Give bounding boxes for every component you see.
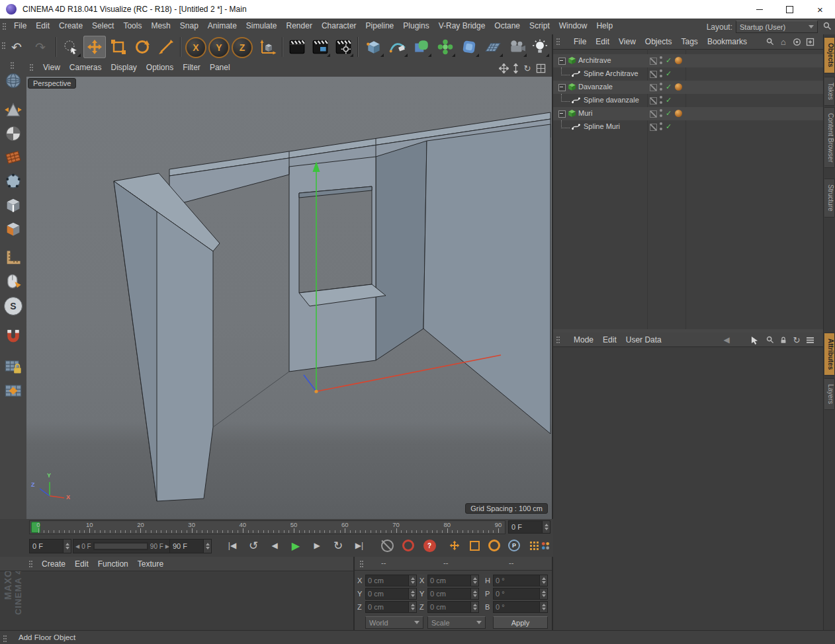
menu-item-script[interactable]: Script bbox=[525, 19, 554, 32]
expand-toggle[interactable] bbox=[558, 84, 566, 91]
transform-mode-combo[interactable]: Scale bbox=[427, 616, 486, 629]
value-field[interactable]: 0 ° bbox=[493, 588, 548, 600]
move-tool[interactable] bbox=[83, 36, 106, 58]
menu-item-filter[interactable]: Filter bbox=[178, 60, 205, 74]
tree-row-architrave[interactable]: Architrave✓ bbox=[553, 54, 823, 67]
side-tab-structure[interactable]: Structure bbox=[824, 179, 835, 218]
menu-item-panel[interactable]: Panel bbox=[205, 60, 235, 74]
loop-button[interactable]: ↻ bbox=[328, 537, 348, 554]
tree-row-davanzale[interactable]: Davanzale✓ bbox=[553, 81, 823, 94]
render-visibility-dot[interactable] bbox=[660, 128, 662, 130]
timeline-ruler[interactable]: 0102030405060708090 bbox=[29, 520, 505, 534]
step-up-icon[interactable] bbox=[411, 590, 415, 593]
search-icon[interactable] bbox=[765, 37, 775, 46]
visibility-dots[interactable] bbox=[659, 109, 663, 118]
step-down-icon[interactable] bbox=[542, 594, 546, 597]
visibility-dots[interactable] bbox=[659, 122, 663, 132]
side-tab-content-browser[interactable]: Content Browser bbox=[824, 107, 835, 168]
keyframe-selection-button[interactable]: ? bbox=[419, 537, 439, 554]
field-stepper[interactable] bbox=[408, 602, 416, 612]
step-down-icon[interactable] bbox=[473, 581, 477, 584]
toggle-views-icon[interactable] bbox=[535, 63, 547, 73]
menu-item-simulate[interactable]: Simulate bbox=[242, 19, 282, 32]
menu-item-user-data[interactable]: User Data bbox=[621, 333, 666, 346]
menu-item-help[interactable]: Help bbox=[592, 19, 617, 32]
menu-item-mesh[interactable]: Mesh bbox=[146, 19, 175, 32]
add-spline-button[interactable] bbox=[386, 36, 409, 58]
viewport-canvas[interactable]: Y X Z Perspective Grid Spacing : 100 cm bbox=[26, 77, 552, 519]
goto-end-button[interactable]: ▶| bbox=[349, 537, 369, 554]
pan-view-icon[interactable] bbox=[498, 63, 509, 73]
add-cube-button[interactable] bbox=[363, 36, 385, 58]
menu-item-texture[interactable]: Texture bbox=[133, 557, 168, 571]
menu-item-octane[interactable]: Octane bbox=[490, 19, 525, 32]
history-back-icon[interactable]: ◀ bbox=[721, 335, 732, 344]
menu-item-view[interactable]: View bbox=[38, 60, 65, 74]
layer-swatch[interactable] bbox=[650, 58, 657, 65]
menu-item-objects[interactable]: Objects bbox=[640, 34, 677, 48]
menu-item-window[interactable]: Window bbox=[554, 19, 592, 32]
step-down-icon[interactable] bbox=[542, 608, 546, 610]
menu-item-function[interactable]: Function bbox=[93, 557, 133, 571]
range-track[interactable] bbox=[93, 542, 148, 550]
pick-arrow-icon[interactable] bbox=[749, 335, 760, 344]
command-search-icon[interactable] bbox=[822, 21, 832, 30]
step-up-icon[interactable] bbox=[411, 604, 415, 606]
step-up-icon[interactable] bbox=[542, 604, 546, 606]
coordinate-system-button[interactable] bbox=[257, 36, 279, 58]
viewport-grip[interactable] bbox=[30, 64, 31, 65]
frame-input-stepper[interactable] bbox=[63, 540, 71, 553]
texture-mode-button[interactable] bbox=[3, 147, 24, 168]
rotate-tool[interactable] bbox=[131, 36, 154, 58]
layer-swatch[interactable] bbox=[650, 71, 657, 78]
menu-item-animate[interactable]: Animate bbox=[203, 19, 242, 32]
step-up-icon[interactable] bbox=[473, 577, 477, 580]
camera-label[interactable]: Perspective bbox=[28, 78, 76, 89]
keying-settings-button[interactable] bbox=[539, 537, 552, 554]
layer-swatch[interactable] bbox=[650, 84, 657, 91]
magnet-snap-button[interactable] bbox=[3, 327, 24, 348]
expand-toggle[interactable] bbox=[558, 110, 566, 118]
enabled-check[interactable]: ✓ bbox=[666, 96, 672, 104]
render-visibility-dot[interactable] bbox=[660, 101, 662, 104]
attribute-manager-grip[interactable] bbox=[556, 337, 558, 338]
model-mode-button[interactable] bbox=[3, 123, 24, 144]
range-thumb[interactable] bbox=[95, 543, 147, 549]
edges-mode-button[interactable] bbox=[3, 194, 24, 216]
visibility-dots[interactable] bbox=[659, 56, 663, 65]
editor-visibility-dot[interactable] bbox=[660, 69, 662, 72]
expand-toggle[interactable] bbox=[558, 58, 566, 65]
undo-button[interactable]: ↶ bbox=[5, 36, 28, 58]
menu-item-edit[interactable]: Edit bbox=[591, 34, 614, 48]
polygons-mode-button[interactable] bbox=[3, 218, 24, 239]
field-stepper[interactable] bbox=[470, 575, 478, 586]
key-position-toggle[interactable] bbox=[445, 537, 464, 554]
live-selection-tool[interactable] bbox=[60, 36, 82, 58]
z-axis-lock-button[interactable]: Z bbox=[232, 37, 253, 58]
phong-tag-icon[interactable] bbox=[675, 83, 682, 91]
visibility-dots[interactable] bbox=[659, 96, 663, 105]
key-scale-toggle[interactable] bbox=[464, 537, 484, 554]
redo-button[interactable]: ↷ bbox=[29, 36, 52, 58]
add-floor-button[interactable] bbox=[482, 36, 504, 58]
play-button[interactable]: ▶ bbox=[286, 537, 306, 554]
menu-item-pipeline[interactable]: Pipeline bbox=[361, 19, 399, 32]
side-tab-takes[interactable]: Takes bbox=[824, 77, 835, 106]
menu-item-view[interactable]: View bbox=[614, 34, 640, 48]
value-field[interactable]: 0 ° bbox=[493, 575, 548, 586]
y-axis-lock-button[interactable]: Y bbox=[208, 37, 230, 58]
object-manager-grip[interactable] bbox=[556, 38, 558, 40]
field-stepper[interactable] bbox=[470, 602, 478, 612]
phong-tag-icon[interactable] bbox=[675, 57, 682, 64]
enabled-check[interactable]: ✓ bbox=[666, 122, 672, 131]
field-stepper[interactable] bbox=[408, 575, 416, 586]
layer-swatch[interactable] bbox=[650, 110, 657, 118]
visibility-dots[interactable] bbox=[659, 69, 663, 79]
menu-item-create[interactable]: Create bbox=[54, 19, 87, 32]
menu-item-edit[interactable]: Edit bbox=[31, 19, 54, 32]
menu-item-render[interactable]: Render bbox=[282, 19, 317, 32]
goto-start-button[interactable]: |◀ bbox=[222, 537, 242, 554]
field-stepper[interactable] bbox=[470, 588, 478, 599]
workplane-button[interactable] bbox=[3, 247, 24, 268]
search-icon[interactable] bbox=[765, 335, 775, 344]
